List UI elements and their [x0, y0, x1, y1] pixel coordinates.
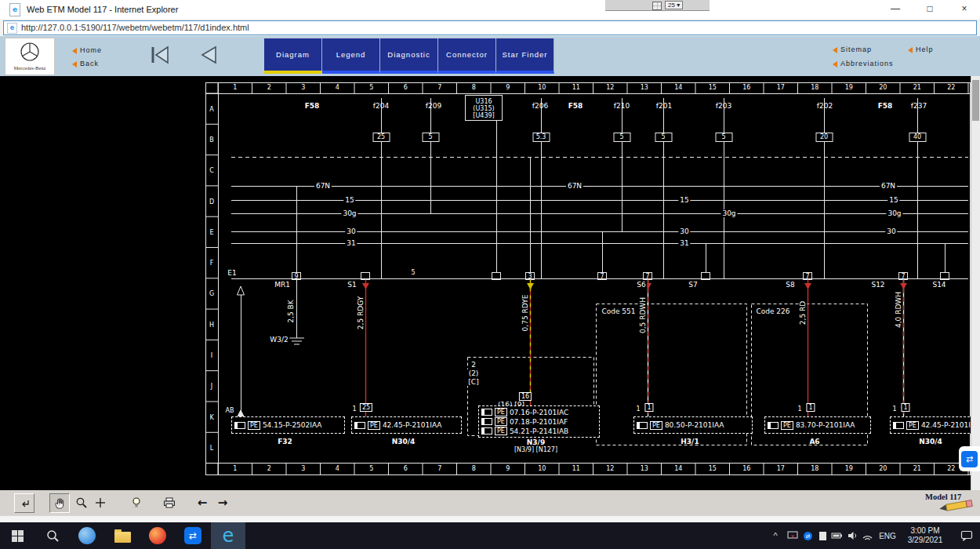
pe-document-code: 07.16-P-2101IAC [510, 409, 568, 416]
tray-expand-chevron[interactable]: ^ [768, 522, 782, 549]
grid-col-number: 12 [606, 84, 614, 91]
tab-legend[interactable]: Legend [322, 38, 380, 74]
pe-reference-box[interactable]: PE42.45-P-2101I [890, 416, 978, 434]
diagram-label: f206 [532, 102, 548, 110]
start-button[interactable] [0, 522, 34, 549]
diagram-label: f201 [656, 102, 672, 110]
tray-network-icon[interactable] [860, 522, 874, 549]
grid-col-number: 17 [777, 465, 785, 472]
grid-col-number: 13 [641, 84, 648, 91]
diagram-label: MR1 [273, 281, 292, 289]
pan-tool-button[interactable] [49, 493, 70, 513]
pe-reference-box[interactable]: PE07.16-P-2101IACPE07.18-P-2101IAFPE54.2… [478, 405, 600, 438]
tray-display-icon[interactable]: x [786, 522, 800, 549]
scrollbar-thumb[interactable] [972, 80, 979, 121]
previous-diagram-button[interactable]: ← [193, 493, 212, 511]
taskbar-ie-button[interactable]: e [211, 522, 245, 549]
action-center-button[interactable] [956, 522, 977, 549]
grid-col-number: 4 [336, 84, 339, 91]
vertical-scrollbar[interactable] [971, 76, 980, 490]
manual-icon [354, 422, 365, 429]
url-text[interactable]: http://127.0.0.1:5190/117/webetm/webetm/… [21, 21, 249, 35]
grid-row-letter: J [211, 383, 212, 390]
tab-diagram[interactable]: Diagram [264, 38, 322, 74]
next-diagram-button[interactable]: → [213, 493, 232, 511]
diagram-label: Code 551 [600, 307, 637, 315]
diagram-label: 25 [377, 133, 385, 140]
pe-reference-box[interactable]: PE42.45-P-2101IAA [351, 416, 462, 434]
highlight-tool-button[interactable] [127, 493, 146, 511]
zoom-tool-button[interactable] [72, 493, 91, 511]
first-page-button[interactable] [146, 44, 174, 66]
notification-icon [960, 530, 974, 541]
print-button[interactable] [160, 493, 179, 511]
pe-reference-box[interactable]: PE54.15-P-2502IAA [231, 416, 345, 434]
minimize-button[interactable]: — [878, 0, 913, 19]
pin-number-box: 16 [519, 392, 532, 401]
grid-row-letter: H [209, 322, 214, 329]
tray-teamviewer-icon[interactable]: ⇄ [800, 522, 815, 549]
component-name: A6 [809, 438, 819, 445]
tray-page-icon[interactable] [815, 522, 829, 549]
help-link[interactable]: Help [908, 45, 934, 53]
page-count-dropdown[interactable]: 25 ▾ [665, 1, 683, 9]
pe-reference-row[interactable]: PE54.21-P-2141IAB [481, 427, 597, 435]
reset-view-button[interactable] [14, 493, 34, 513]
pe-reference-row[interactable]: PE07.16-P-2101IAC [481, 408, 597, 416]
pe-reference-row[interactable]: PE07.18-P-2101IAF [481, 417, 597, 426]
pe-document-code: 80.50-P-2101IAA [665, 421, 724, 429]
taskbar-teamviewer-button[interactable]: ⇄ [176, 522, 210, 549]
taskbar-clock[interactable]: 3:00 PM 3/29/2021 [900, 522, 950, 549]
manual-icon [637, 422, 648, 429]
tab-diagnostic[interactable]: Diagnostic [380, 38, 438, 74]
diagram-label-layer: F58f204f209U316(U315)[U439]f206F58f210f2… [0, 76, 980, 490]
taskbar-search-button[interactable] [35, 522, 70, 549]
abbreviations-link[interactable]: Abbreviations [833, 60, 894, 67]
taskbar-browser-button[interactable] [70, 522, 104, 549]
date-label: 3/29/2021 [908, 536, 943, 545]
viewer-toolbar: ← → Model 117 [0, 490, 980, 516]
pe-reference-row[interactable]: PE42.45-P-2101I [893, 421, 975, 430]
pe-document-code: 42.45-P-2101I [921, 421, 971, 429]
grid-row-letter: D [209, 198, 214, 205]
manual-icon [893, 422, 904, 429]
taskbar-explorer-button[interactable] [105, 522, 140, 549]
printer-icon [162, 496, 176, 509]
grid-col-number: 2 [267, 465, 271, 472]
diagram-label: f202 [817, 102, 833, 110]
manual-icon [481, 418, 492, 425]
pe-reference-row[interactable]: PE83.70-P-2101IAA [768, 421, 868, 430]
tray-battery-icon[interactable] [830, 522, 844, 549]
pe-reference-row[interactable]: PE54.15-P-2502IAA [234, 421, 342, 430]
back-link[interactable]: Back [72, 60, 99, 67]
tray-volume-icon[interactable] [845, 522, 859, 549]
pe-reference-box[interactable]: PE80.50-P-2101IAA [633, 416, 753, 434]
previous-page-button[interactable] [196, 44, 220, 66]
home-link[interactable]: Home [72, 46, 102, 54]
tab-star-finder[interactable]: Star Finder [496, 38, 554, 74]
tab-connector[interactable]: Connector [438, 38, 496, 74]
maximize-button[interactable]: □ [913, 0, 947, 19]
pe-reference-row[interactable]: PE42.45-P-2101IAA [354, 421, 459, 430]
manual-icon [234, 422, 245, 429]
time-label: 3:00 PM [910, 526, 939, 536]
caret-down-icon: ▾ [677, 2, 680, 9]
pe-reference-row[interactable]: PE80.50-P-2101IAA [637, 421, 750, 430]
address-input[interactable]: e http://127.0.0.1:5190/117/webetm/webet… [3, 20, 977, 35]
diagram-label: F58 [305, 102, 320, 110]
pe-reference-box[interactable]: PE83.70-P-2101IAA [764, 416, 871, 434]
taskbar-firefox-button[interactable] [140, 522, 175, 549]
diagram-label: 30 [678, 227, 690, 235]
language-indicator[interactable]: ENG [876, 522, 899, 549]
diagram-label: S6 [635, 281, 647, 289]
grid-col-number: 17 [777, 84, 785, 91]
component-name: N30/4 [392, 438, 416, 445]
grid-col-number: 21 [913, 84, 921, 91]
crosshair-tool-button[interactable] [91, 493, 110, 511]
sitemap-link[interactable]: Sitemap [833, 45, 872, 53]
grid-col-number: 8 [472, 84, 476, 91]
teamviewer-popout[interactable]: ⇄ [959, 446, 980, 471]
close-button[interactable]: × [947, 0, 980, 19]
grid-col-number: 16 [742, 465, 750, 472]
component-name: N3/9 [527, 438, 545, 446]
